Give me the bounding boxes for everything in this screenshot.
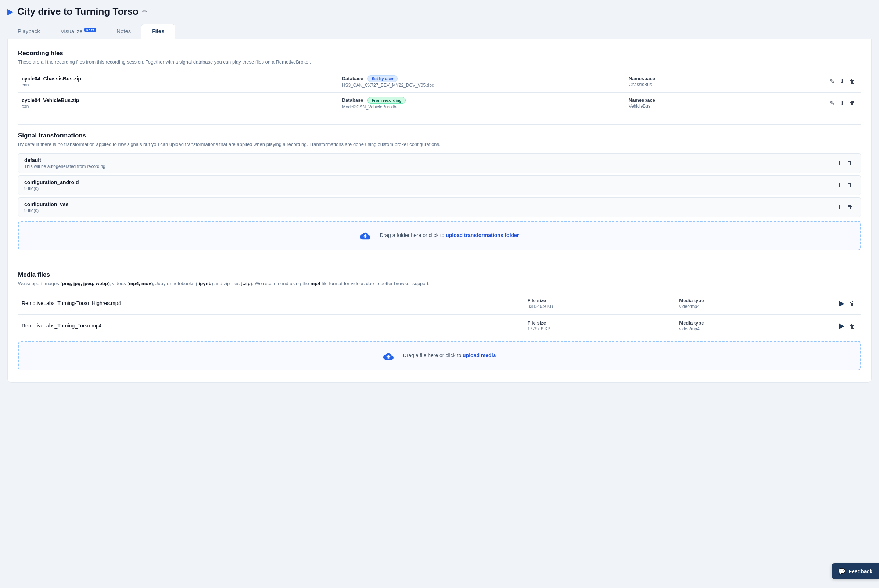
file-size-label: File size bbox=[527, 298, 672, 303]
media-type-label: Media type bbox=[679, 320, 824, 326]
page-wrapper: ▶ City drive to Turning Torso ✏ Playback… bbox=[0, 0, 879, 588]
file-type: can bbox=[22, 82, 335, 87]
play-media-button[interactable]: ▶ bbox=[837, 297, 846, 309]
file-size-label: File size bbox=[527, 320, 672, 326]
edit-file-button[interactable]: ✎ bbox=[828, 98, 836, 108]
media-files-desc: We support images (png, jpg, jpeg, webp)… bbox=[18, 280, 861, 287]
media-type-label: Media type bbox=[679, 298, 824, 303]
download-transformation-button[interactable]: ⬇ bbox=[835, 180, 844, 190]
ns-value: ChassisBus bbox=[629, 82, 790, 87]
recording-files-table: cycle04_ChassisBus.zip can Database Set … bbox=[18, 71, 861, 114]
media-files-section: Media files We support images (png, jpg,… bbox=[18, 271, 861, 371]
delete-media-button[interactable]: 🗑 bbox=[848, 299, 857, 309]
delete-transformation-button[interactable]: 🗑 bbox=[845, 158, 855, 168]
edit-file-button[interactable]: ✎ bbox=[828, 76, 836, 86]
db-label: Database bbox=[342, 76, 363, 81]
transformation-item: configuration_android 9 file(s) ⬇ 🗑 bbox=[18, 175, 861, 195]
feedback-button[interactable]: 💬 Feedback bbox=[832, 563, 879, 579]
table-row: cycle04_ChassisBus.zip can Database Set … bbox=[18, 71, 861, 93]
media-type-value: video/mp4 bbox=[679, 326, 824, 332]
transformation-desc: This will be autogenerated from recordin… bbox=[24, 164, 105, 169]
recording-files-section: Recording files These are all the record… bbox=[18, 50, 861, 114]
delete-transformation-button[interactable]: 🗑 bbox=[845, 202, 855, 212]
signal-transformations-title: Signal transformations bbox=[18, 132, 861, 139]
table-row: RemotiveLabs_Turning-Torso_Highres.mp4 F… bbox=[18, 292, 861, 315]
upload-media-dropzone[interactable]: Drag a file here or click to upload medi… bbox=[18, 341, 861, 370]
chat-icon: 💬 bbox=[838, 568, 846, 575]
signal-transformations-section: Signal transformations By default there … bbox=[18, 132, 861, 250]
page-title-row: ▶ City drive to Turning Torso ✏ bbox=[8, 6, 872, 17]
page-title: City drive to Turning Torso bbox=[17, 6, 138, 17]
upload-media-link[interactable]: upload media bbox=[463, 352, 496, 358]
download-transformation-button[interactable]: ⬇ bbox=[835, 202, 844, 212]
file-name: cycle04_VehicleBus.zip bbox=[22, 98, 335, 103]
transformation-name: configuration_android bbox=[24, 179, 79, 185]
recording-files-desc: These are all the recording files from t… bbox=[18, 58, 861, 66]
media-file-name: RemotiveLabs_Turning-Torso_Highres.mp4 bbox=[22, 300, 520, 306]
db-label: Database bbox=[342, 98, 363, 103]
from-recording-badge: From recording bbox=[368, 97, 405, 104]
delete-file-button[interactable]: 🗑 bbox=[848, 99, 857, 108]
tabs-bar: Playback VisualizeNEW Notes Files bbox=[8, 24, 872, 39]
play-media-button[interactable]: ▶ bbox=[837, 320, 846, 332]
db-value: Model3CAN_VehicleBus.dbc bbox=[342, 104, 621, 110]
upload-transformations-link[interactable]: upload transformations folder bbox=[446, 232, 519, 238]
upload-cloud-icon bbox=[360, 230, 376, 241]
download-file-button[interactable]: ⬇ bbox=[838, 98, 846, 108]
delete-transformation-button[interactable]: 🗑 bbox=[845, 180, 855, 190]
edit-title-icon[interactable]: ✏ bbox=[142, 8, 147, 15]
file-name: cycle04_ChassisBus.zip bbox=[22, 76, 335, 82]
signal-transformations-desc: By default there is no transformation ap… bbox=[18, 141, 861, 148]
tab-notes[interactable]: Notes bbox=[106, 24, 141, 39]
divider bbox=[18, 261, 861, 261]
ns-label: Namespace bbox=[629, 98, 790, 103]
tab-playback[interactable]: Playback bbox=[8, 24, 50, 39]
download-file-button[interactable]: ⬇ bbox=[838, 76, 846, 86]
download-transformation-button[interactable]: ⬇ bbox=[835, 158, 844, 168]
tab-files[interactable]: Files bbox=[141, 24, 175, 39]
upload-transformations-text-pre: Drag a folder here or click to bbox=[380, 232, 446, 238]
media-file-name: RemotiveLabs_Turning_Torso.mp4 bbox=[22, 322, 520, 328]
file-size-value: 338346.9 KB bbox=[527, 304, 672, 309]
transformation-item: configuration_vss 9 file(s) ⬇ 🗑 bbox=[18, 197, 861, 217]
media-files-title: Media files bbox=[18, 271, 861, 279]
transformation-desc: 9 file(s) bbox=[24, 208, 69, 213]
new-badge: NEW bbox=[84, 28, 96, 32]
play-icon: ▶ bbox=[8, 7, 14, 16]
set-by-user-badge: Set by user bbox=[368, 75, 397, 82]
transformation-name: default bbox=[24, 157, 105, 163]
ns-value: VehicleBus bbox=[629, 104, 790, 109]
table-row: cycle04_VehicleBus.zip can Database From… bbox=[18, 92, 861, 114]
transformation-name: configuration_vss bbox=[24, 201, 69, 207]
media-files-table: RemotiveLabs_Turning-Torso_Highres.mp4 F… bbox=[18, 292, 861, 337]
file-size-value: 17787.8 KB bbox=[527, 326, 672, 332]
main-content: Recording files These are all the record… bbox=[8, 39, 872, 382]
upload-media-text-pre: Drag a file here or click to bbox=[403, 352, 463, 358]
transformation-item: default This will be autogenerated from … bbox=[18, 153, 861, 173]
media-type-value: video/mp4 bbox=[679, 304, 824, 309]
ns-label: Namespace bbox=[629, 76, 790, 81]
delete-media-button[interactable]: 🗑 bbox=[848, 322, 857, 331]
transformation-desc: 9 file(s) bbox=[24, 186, 79, 191]
db-value: HS3_CAN_CX727_BEV_MY22_DCV_V05.dbc bbox=[342, 82, 621, 88]
table-row: RemotiveLabs_Turning_Torso.mp4 File size… bbox=[18, 315, 861, 337]
upload-transformations-dropzone[interactable]: Drag a folder here or click to upload tr… bbox=[18, 221, 861, 250]
recording-files-title: Recording files bbox=[18, 50, 861, 57]
feedback-label: Feedback bbox=[849, 568, 872, 574]
delete-file-button[interactable]: 🗑 bbox=[848, 77, 857, 86]
file-type: can bbox=[22, 104, 335, 109]
tab-visualize[interactable]: VisualizeNEW bbox=[50, 24, 106, 39]
upload-cloud-media-icon bbox=[383, 350, 399, 361]
divider bbox=[18, 124, 861, 124]
